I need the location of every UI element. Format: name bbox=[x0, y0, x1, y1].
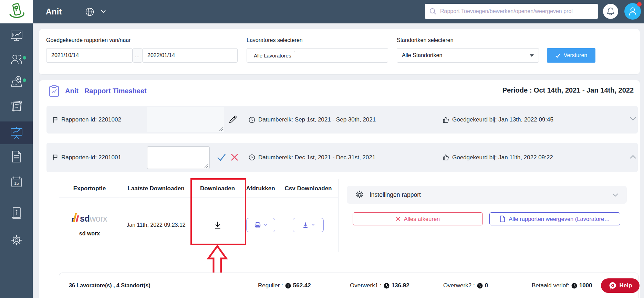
sidebar-item-informatie[interactable] bbox=[0, 202, 33, 224]
language-globe-icon[interactable] bbox=[85, 7, 94, 17]
clock-icon bbox=[285, 283, 291, 289]
info-book-icon bbox=[11, 206, 22, 219]
gear-icon bbox=[355, 190, 364, 199]
sidebar-item-lavoratores[interactable] bbox=[0, 49, 33, 71]
sidebar: 15 bbox=[0, 0, 33, 298]
filter-panel: Goedgekeurde rapporten van/naar 2021/10/… bbox=[39, 29, 640, 74]
col-exportoptie: Exportoptie bbox=[59, 179, 120, 198]
standortken-value: Alle Standortken bbox=[402, 52, 442, 58]
notification-dot bbox=[637, 2, 642, 7]
status-dot bbox=[23, 56, 26, 60]
lavoratores-input[interactable]: Alle Lavoratores bbox=[247, 48, 388, 63]
report-title: Rapport Timesheet bbox=[84, 87, 147, 95]
sdworx-logo: sdworx bbox=[72, 213, 107, 222]
search-input[interactable] bbox=[425, 4, 598, 19]
logo-icon bbox=[7, 2, 27, 22]
date-from-value: 2021/10/14 bbox=[51, 52, 79, 58]
notes-icon bbox=[10, 100, 23, 112]
app-logo[interactable] bbox=[0, 0, 33, 23]
flag-icon bbox=[52, 154, 58, 161]
svg-text:15: 15 bbox=[14, 181, 19, 186]
bell-icon bbox=[607, 7, 614, 15]
chevron-down-icon[interactable] bbox=[101, 10, 106, 13]
goedgekeurd-label: Goedgekeurd bij: Jan 11th, 2022 09:22 bbox=[452, 154, 553, 161]
user-avatar[interactable] bbox=[624, 3, 641, 20]
lavoratores-chip[interactable]: Alle Lavoratores bbox=[250, 51, 295, 60]
report-row-2201001: Rapporten-id: 2201001 Datumbereik: Dec 1… bbox=[46, 143, 638, 172]
comment-box[interactable] bbox=[147, 107, 224, 132]
search-box bbox=[425, 4, 598, 19]
print-button[interactable] bbox=[246, 218, 275, 232]
lavoratores-label: Lavoratores selecteren bbox=[247, 37, 303, 43]
resize-handle[interactable] bbox=[204, 163, 208, 168]
comment-textarea[interactable] bbox=[147, 146, 210, 169]
resize-handle[interactable] bbox=[219, 127, 223, 131]
search-icon bbox=[429, 8, 436, 15]
chat-bubble-icon bbox=[609, 281, 617, 290]
x-icon bbox=[396, 216, 401, 221]
chevron-down-icon bbox=[264, 224, 267, 226]
users-icon bbox=[10, 54, 23, 65]
last-download-cell: Jan 11th, 2022 09:23:12 bbox=[120, 198, 192, 252]
sidebar-item-standortken[interactable] bbox=[0, 71, 33, 93]
date-separator: ... bbox=[133, 48, 142, 63]
alles-afkeuren-button[interactable]: Alles afkeuren bbox=[353, 212, 483, 225]
csv-download-cell bbox=[278, 198, 338, 252]
top-header: Anit bbox=[33, 0, 644, 23]
clock-icon bbox=[249, 154, 255, 161]
person-icon bbox=[628, 7, 637, 16]
date-to-value: 2022/01/14 bbox=[147, 52, 175, 58]
versturen-button[interactable]: Versturen bbox=[547, 48, 595, 63]
clock-icon bbox=[477, 283, 483, 289]
summary-counts: 36 Lavoratore(s) , 4 Standort(s) bbox=[69, 273, 150, 298]
instellingen-rapport-bar[interactable]: Instellingen rapport bbox=[347, 186, 627, 204]
csv-download-button[interactable] bbox=[293, 218, 324, 232]
select-caret-icon bbox=[530, 54, 534, 57]
export-option-cell: sdworx sd worx bbox=[59, 198, 120, 252]
expand-chevron-down-icon[interactable] bbox=[630, 117, 636, 121]
date-from-input[interactable]: 2021/10/14 bbox=[46, 48, 133, 63]
instellingen-label: Instellingen rapport bbox=[370, 191, 421, 199]
summary-overwerk2: Overwerk2 : 0 bbox=[443, 273, 488, 298]
cancel-x-button[interactable] bbox=[230, 153, 239, 161]
dashboard-monitor-icon bbox=[10, 30, 23, 42]
alle-rapporten-weergeven-button[interactable]: Alle rapporten weergeven (Lavoratore… bbox=[489, 212, 620, 225]
collapse-chevron-up-icon[interactable] bbox=[630, 155, 636, 159]
printer-icon bbox=[254, 221, 261, 229]
date-range-label: Goedgekeurde rapporten van/naar bbox=[46, 37, 131, 43]
presentation-chart-icon bbox=[10, 126, 23, 139]
sidebar-item-kalender[interactable]: 15 bbox=[0, 171, 33, 193]
thumb-up-icon bbox=[443, 117, 449, 123]
document-icon bbox=[11, 150, 22, 163]
sidebar-item-instellingen[interactable] bbox=[0, 229, 33, 251]
date-to-input[interactable]: 2022/01/14 bbox=[142, 48, 238, 63]
report-id-label: Rapporten-id: 2201001 bbox=[61, 154, 121, 161]
sidebar-item-notities[interactable] bbox=[0, 95, 33, 117]
status-dot bbox=[23, 78, 26, 82]
col-csv-downloaden: Csv Downloaden bbox=[278, 179, 338, 198]
notifications-button[interactable] bbox=[603, 4, 618, 19]
document-icon bbox=[500, 215, 505, 222]
chevron-down-icon bbox=[311, 224, 315, 226]
standortken-select[interactable]: Alle Standortken bbox=[397, 48, 539, 63]
clock-icon bbox=[571, 283, 577, 289]
help-button[interactable]: Help bbox=[601, 278, 640, 293]
chevron-down-icon[interactable] bbox=[612, 193, 619, 197]
col-afdrukken: Afdrukken bbox=[243, 179, 278, 198]
map-pin-icon bbox=[10, 76, 23, 88]
report-row-2201002: Rapporten-id: 2201002 Datumbereik: Sep 1… bbox=[46, 106, 638, 134]
sidebar-item-dashboard[interactable] bbox=[0, 25, 33, 47]
confirm-check-button[interactable] bbox=[217, 153, 226, 161]
sidebar-item-rapporten-active[interactable] bbox=[0, 121, 33, 144]
summary-betaald-verlof: Betaald verlof: 1000 bbox=[532, 273, 592, 298]
summary-bar: 36 Lavoratore(s) , 4 Standort(s) Regulie… bbox=[59, 273, 638, 298]
app-title: Anit bbox=[46, 0, 62, 23]
thumb-up-icon bbox=[443, 154, 449, 161]
report-panel: Anit Rapport Timesheet Periode : Oct 14t… bbox=[39, 80, 640, 298]
calendar-icon: 15 bbox=[10, 175, 23, 188]
print-cell bbox=[243, 198, 278, 252]
sidebar-item-documenten[interactable] bbox=[0, 146, 33, 168]
col-laatste-downloaden: Laatste Downloaden bbox=[120, 179, 192, 198]
goedgekeurd-label: Goedgekeurd bij: Jan 13th, 2022 09:45 bbox=[452, 116, 553, 123]
edit-pencil-icon[interactable] bbox=[228, 115, 237, 124]
